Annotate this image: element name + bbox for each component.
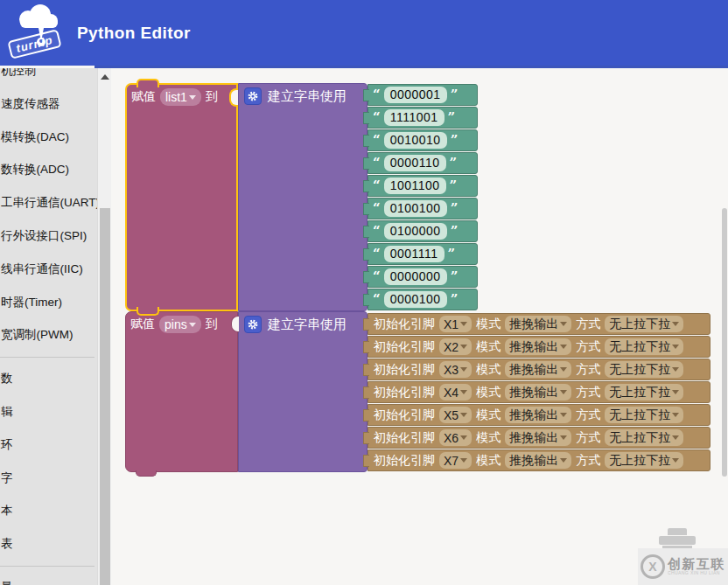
mode-label: 模式 bbox=[476, 339, 500, 355]
close-quote-icon: ” bbox=[451, 293, 458, 306]
string-value-field[interactable]: 0001111 bbox=[384, 246, 444, 262]
pin-dropdown[interactable]: X4 bbox=[439, 384, 472, 400]
mode-dropdown[interactable]: 推挽输出 bbox=[505, 361, 571, 378]
sidebar-category-item[interactable]: 数转换(ADC) bbox=[1, 153, 97, 186]
sidebar-category-item[interactable]: 线串行通信(IIC) bbox=[1, 253, 97, 286]
string-value-field[interactable]: 0000001 bbox=[384, 87, 447, 103]
init-pin-block[interactable]: 初始化引脚 X1 模式 推挽输出 方式 无上拉下拉 bbox=[368, 313, 710, 335]
mode-dropdown[interactable]: 推挽输出 bbox=[505, 452, 571, 469]
sidebar-category-item[interactable]: 数 bbox=[1, 362, 97, 395]
sidebar-category-item[interactable]: 模转换(DAC) bbox=[1, 121, 97, 154]
way-dropdown[interactable]: 无上拉下拉 bbox=[605, 338, 683, 355]
mode-dropdown[interactable]: 推挽输出 bbox=[505, 384, 571, 400]
open-quote-icon: “ bbox=[373, 225, 381, 238]
create-string-block-1[interactable]: 建立字串使用 bbox=[238, 83, 368, 311]
string-block[interactable]: “ 0000001 ” bbox=[368, 84, 478, 106]
chevron-down-icon bbox=[672, 390, 679, 394]
sidebar-scrollbar[interactable] bbox=[97, 68, 111, 585]
variable-dropdown[interactable]: list1 bbox=[160, 88, 201, 106]
sidebar-category-item[interactable]: 本 bbox=[1, 494, 97, 527]
assign-pins-block[interactable]: 赋值 pins 到 bbox=[125, 311, 238, 472]
open-quote-icon: “ bbox=[373, 202, 381, 215]
pin-dropdown[interactable]: X5 bbox=[439, 407, 472, 423]
init-pin-label: 初始化引脚 bbox=[374, 317, 435, 332]
string-value-field[interactable]: 0000110 bbox=[384, 155, 446, 171]
assign-list1-block[interactable]: 赋值 list1 到 bbox=[125, 83, 238, 311]
string-value-field[interactable]: 0100100 bbox=[384, 200, 447, 217]
assign-label: 赋值 bbox=[131, 89, 156, 105]
chevron-down-icon bbox=[460, 322, 467, 326]
sidebar-category-item[interactable]: 宽调制(PWM) bbox=[1, 318, 97, 352]
sidebar-category-item[interactable]: 工串行通信(UART) bbox=[1, 186, 97, 219]
sidebar-category-item[interactable]: 行外设接口(SPI) bbox=[1, 219, 97, 253]
mode-label: 模式 bbox=[476, 385, 500, 400]
string-block[interactable]: “ 0000000 ” bbox=[368, 266, 478, 288]
page-title: Python Editor bbox=[77, 0, 191, 66]
mode-dropdown[interactable]: 推挽输出 bbox=[505, 429, 571, 446]
sidebar-category-item[interactable]: 表 bbox=[1, 527, 97, 561]
sidebar-category-item[interactable]: 时器(Timer) bbox=[1, 286, 97, 319]
create-string-label: 建立字串使用 bbox=[268, 317, 346, 333]
pin-dropdown[interactable]: X6 bbox=[439, 429, 472, 446]
mode-label: 模式 bbox=[476, 407, 500, 423]
way-dropdown[interactable]: 无上拉下拉 bbox=[605, 361, 683, 378]
string-value-field[interactable]: 0100000 bbox=[384, 223, 447, 240]
string-block[interactable]: “ 0100100 ” bbox=[368, 198, 478, 219]
string-value-field[interactable]: 0000100 bbox=[384, 291, 447, 308]
way-dropdown[interactable]: 无上拉下拉 bbox=[605, 407, 683, 423]
init-pin-block[interactable]: 初始化引脚 X3 模式 推挽输出 方式 无上拉下拉 bbox=[368, 359, 710, 380]
way-dropdown[interactable]: 无上拉下拉 bbox=[605, 384, 683, 400]
string-block[interactable]: “ 0010010 ” bbox=[368, 129, 478, 151]
way-dropdown[interactable]: 无上拉下拉 bbox=[605, 429, 683, 446]
pin-dropdown[interactable]: X1 bbox=[439, 316, 472, 332]
watermark-logo-icon: X bbox=[640, 554, 665, 579]
scroll-up-arrow-icon[interactable] bbox=[101, 74, 109, 80]
init-pin-block[interactable]: 初始化引脚 X2 模式 推挽输出 方式 无上拉下拉 bbox=[368, 336, 710, 358]
way-dropdown[interactable]: 无上拉下拉 bbox=[605, 316, 683, 332]
string-block[interactable]: “ 0000100 ” bbox=[368, 289, 478, 310]
turnip-logo: turnip bbox=[5, 2, 72, 65]
init-pin-label: 初始化引脚 bbox=[374, 339, 435, 355]
string-value-field[interactable]: 0000000 bbox=[384, 268, 447, 285]
close-quote-icon: ” bbox=[451, 225, 458, 238]
mutator-gear-icon[interactable] bbox=[244, 87, 262, 105]
mode-dropdown[interactable]: 推挽输出 bbox=[505, 338, 571, 355]
string-block[interactable]: “ 0001111 ” bbox=[368, 243, 478, 265]
sidebar-scrollbar-thumb[interactable] bbox=[100, 208, 110, 585]
init-pin-block[interactable]: 初始化引脚 X5 模式 推挽输出 方式 无上拉下拉 bbox=[368, 404, 710, 426]
create-string-block-2[interactable]: 建立字串使用 bbox=[238, 311, 368, 472]
init-pin-label: 初始化引脚 bbox=[374, 362, 435, 378]
sidebar-category-item[interactable]: 字 bbox=[1, 462, 97, 495]
to-label: 到 bbox=[206, 317, 218, 332]
string-value-field[interactable]: 1111001 bbox=[384, 109, 444, 126]
watermark: X 创新互联 CHUANG XIN HU LIAN bbox=[638, 548, 728, 585]
sidebar-category-item[interactable]: 辑 bbox=[1, 395, 97, 428]
sidebar-category-item[interactable]: 机控制 bbox=[1, 68, 97, 87]
string-block[interactable]: “ 1111001 ” bbox=[368, 107, 478, 129]
mutator-gear-icon[interactable] bbox=[244, 316, 262, 333]
mode-label: 模式 bbox=[476, 317, 500, 332]
string-value-field[interactable]: 0010010 bbox=[384, 132, 447, 149]
watermark-title: 创新互联 bbox=[668, 557, 728, 571]
variable-dropdown[interactable]: pins bbox=[159, 316, 201, 333]
init-pin-block[interactable]: 初始化引脚 X4 模式 推挽输出 方式 无上拉下拉 bbox=[368, 381, 710, 403]
way-dropdown[interactable]: 无上拉下拉 bbox=[605, 452, 683, 469]
init-pin-block[interactable]: 初始化引脚 X6 模式 推挽输出 方式 无上拉下拉 bbox=[368, 427, 710, 449]
sidebar-category-item[interactable]: 量 bbox=[1, 571, 97, 585]
mode-dropdown[interactable]: 推挽输出 bbox=[505, 407, 571, 423]
pin-dropdown[interactable]: X7 bbox=[439, 452, 472, 469]
open-quote-icon: “ bbox=[373, 111, 381, 124]
init-pin-block[interactable]: 初始化引脚 X7 模式 推挽输出 方式 无上拉下拉 bbox=[368, 449, 710, 471]
sidebar-category-item[interactable]: 速度传感器 bbox=[1, 87, 97, 121]
mode-dropdown[interactable]: 推挽输出 bbox=[505, 316, 571, 332]
string-value-field[interactable]: 1001100 bbox=[384, 178, 446, 194]
workspace-vertical-scrollbar[interactable] bbox=[722, 208, 727, 477]
string-block[interactable]: “ 0000110 ” bbox=[368, 152, 478, 174]
string-block[interactable]: “ 1001100 ” bbox=[368, 175, 478, 197]
open-quote-icon: “ bbox=[373, 88, 381, 101]
pin-dropdown[interactable]: X2 bbox=[439, 338, 472, 355]
sidebar-category-item[interactable]: 环 bbox=[1, 428, 97, 462]
string-block[interactable]: “ 0100000 ” bbox=[368, 220, 478, 242]
pin-dropdown[interactable]: X3 bbox=[439, 361, 472, 378]
chevron-down-icon bbox=[560, 435, 567, 440]
